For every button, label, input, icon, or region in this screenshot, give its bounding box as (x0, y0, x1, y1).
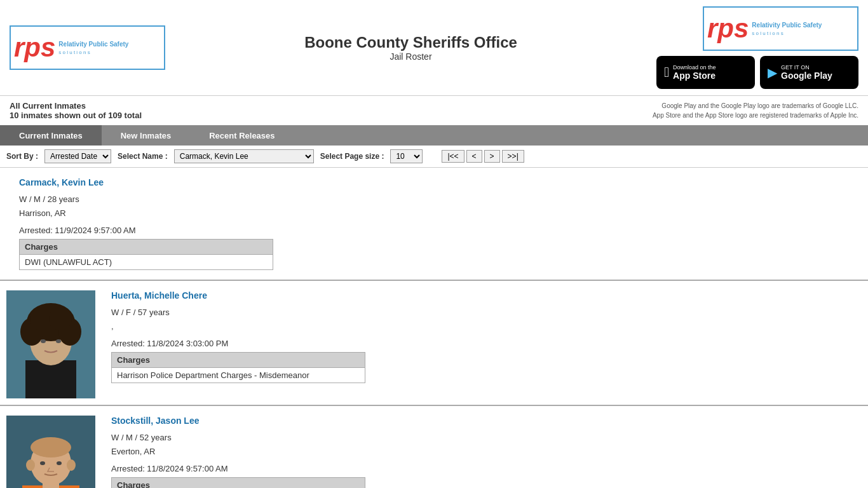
charges-header-1: Charges (20, 240, 273, 255)
all-inmates-label: All Current Inmates (10, 101, 142, 111)
inmate-list: Carmack, Kevin Lee W / M / 28 years Harr… (0, 168, 868, 488)
inmate-name-link-3[interactable]: Stockstill, Jason Lee (111, 416, 858, 426)
page-header: rps Relativity Public Safety s o l u t i… (0, 0, 868, 96)
inmate-count-area: All Current Inmates 10 inmates shown out… (10, 101, 142, 120)
header-right: rps Relativity Public Safety s o l u t i… (656, 6, 858, 89)
page-size-select[interactable]: 10 25 50 100 (390, 149, 423, 163)
inmate-demographics-1: W / M / 28 years Harrison, AR (19, 193, 858, 220)
appstore-badge[interactable]:  Download on the App Store (656, 56, 755, 89)
svg-point-9 (41, 339, 46, 343)
right-logo: rps Relativity Public Safety s o l u t i… (703, 6, 858, 51)
logo-letters-left: rps (14, 32, 55, 63)
apple-icon:  (664, 64, 669, 81)
svg-point-15 (31, 437, 71, 458)
inmate-details-1: Carmack, Kevin Lee W / M / 28 years Harr… (10, 174, 868, 273)
inmate-arrested-1: Arrested: 11/9/2024 9:57:00 AM (19, 226, 858, 235)
charges-table-3: Charges Up for Court (111, 477, 365, 488)
inmate-details-2: Huerta, Michelle Chere W / F / 57 years … (102, 287, 868, 398)
inmate-name-link-1[interactable]: Carmack, Kevin Lee (19, 177, 858, 187)
logo-tagline-left: Relativity Public Safety s o l u t i o n… (58, 39, 128, 57)
select-name-label: Select Name : (118, 152, 168, 161)
inmate-photo-svg-2 (6, 290, 95, 398)
inmate-name-link-2[interactable]: Huerta, Michelle Chere (111, 290, 858, 301)
charges-table-2: Charges Harrison Police Department Charg… (111, 352, 365, 383)
svg-point-8 (49, 308, 72, 330)
appstore-line1: Download on the (673, 64, 716, 71)
table-row: Carmack, Kevin Lee W / M / 28 years Harr… (0, 168, 868, 281)
inmate-arrested-3: Arrested: 11/8/2024 9:57:00 AM (111, 464, 858, 473)
googleplay-badge[interactable]: ▶ GET IT ON Google Play (760, 56, 858, 89)
inmate-details-3: Stockstill, Jason Lee W / M / 52 years E… (102, 412, 868, 488)
tab-current-inmates[interactable]: Current Inmates (0, 125, 102, 146)
svg-point-10 (56, 339, 61, 343)
page-subtitle: Jail Roster (304, 51, 517, 62)
inmate-demographics-3: W / M / 52 years Everton, AR (111, 431, 858, 459)
app-store-disclaimer: Google Play and the Google Play logo are… (653, 101, 858, 120)
charges-header-2: Charges (112, 353, 365, 368)
svg-rect-1 (25, 360, 76, 398)
sort-by-label: Sort By : (6, 152, 38, 161)
prev-page-button[interactable]: < (466, 150, 482, 163)
inmate-photo-3 (0, 412, 102, 488)
table-row: Huerta, Michelle Chere W / F / 57 years … (0, 281, 868, 406)
first-page-button[interactable]: |<< (442, 150, 464, 163)
googleplay-line1: GET IT ON (781, 64, 832, 71)
pagination-controls: |<< < > >>| (442, 150, 524, 163)
app-badges-container:  Download on the App Store ▶ GET IT ON … (656, 56, 858, 89)
nav-tabs-bar: Current Inmates New Inmates Recent Relea… (0, 125, 868, 146)
googleplay-line2: Google Play (781, 71, 832, 81)
page-size-label: Select Page size : (320, 152, 384, 161)
svg-point-16 (40, 461, 45, 465)
logo-letters-right: rps (707, 13, 749, 44)
inmate-arrested-2: Arrested: 11/8/2024 3:03:00 PM (111, 339, 858, 348)
inmate-photo-svg-3 (6, 416, 95, 488)
no-photo-spacer (0, 174, 10, 273)
tab-new-inmates[interactable]: New Inmates (102, 125, 190, 146)
inmate-photo-2 (0, 287, 102, 398)
table-row: Stockstill, Jason Lee W / M / 52 years E… (0, 406, 868, 488)
svg-point-19 (67, 459, 76, 471)
header-title-area: Boone County Sheriffs Office Jail Roster (304, 34, 517, 62)
left-logo: rps Relativity Public Safety s o l u t i… (10, 25, 165, 70)
svg-point-18 (26, 459, 35, 471)
charges-header-3: Charges (112, 478, 365, 488)
controls-bar: Sort By : Arrested Date Name Age Select … (0, 146, 868, 168)
charges-body-2: Harrison Police Department Charges - Mis… (112, 368, 365, 383)
charges-body-1: DWI (UNLAWFUL ACT) (20, 255, 273, 269)
last-page-button[interactable]: >>| (502, 150, 524, 163)
inmate-demographics-2: W / F / 57 years , (111, 306, 858, 334)
sort-by-select[interactable]: Arrested Date Name Age (44, 149, 111, 163)
info-bar: All Current Inmates 10 inmates shown out… (0, 96, 868, 125)
next-page-button[interactable]: > (484, 150, 500, 163)
page-title: Boone County Sheriffs Office (304, 34, 517, 51)
svg-point-17 (57, 461, 62, 465)
inmate-count: 10 inmates shown out of 109 total (10, 111, 142, 120)
googleplay-icon: ▶ (768, 65, 777, 80)
appstore-line2: App Store (673, 71, 716, 81)
name-select[interactable]: Carmack, Kevin Lee Huerta, Michelle Cher… (174, 149, 314, 163)
logo-tagline-right: Relativity Public Safety s o l u t i o n… (752, 20, 822, 37)
tab-recent-releases[interactable]: Recent Releases (190, 125, 294, 146)
charges-table-1: Charges DWI (UNLAWFUL ACT) (19, 239, 273, 270)
